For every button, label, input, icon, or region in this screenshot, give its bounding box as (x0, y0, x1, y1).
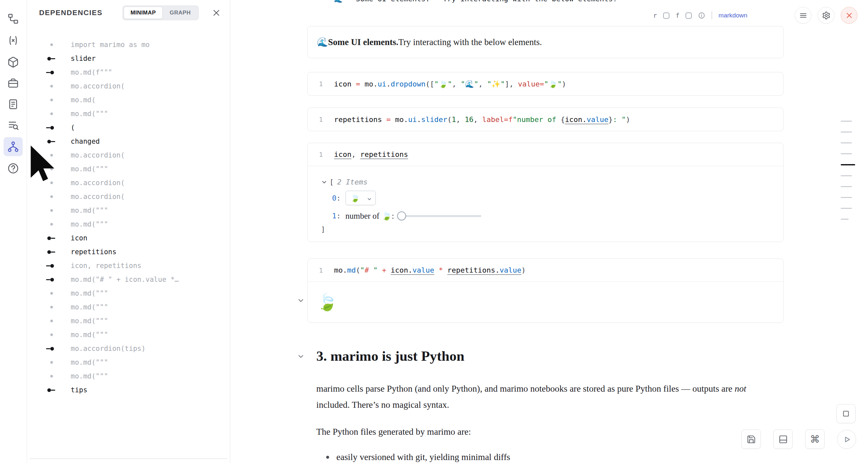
dependency-item[interactable]: mo.md(""" (27, 286, 230, 300)
minimap-cell-line[interactable] (841, 164, 855, 165)
dependency-item[interactable]: mo.md( (27, 93, 230, 107)
dependency-item[interactable]: mo.accordion( (27, 190, 230, 204)
code-editor[interactable]: 1 mo.md("# " + icon.value * repetitions.… (308, 259, 783, 282)
info-icon[interactable] (698, 12, 705, 19)
dependency-item-label: mo.accordion( (71, 151, 125, 159)
dependency-item[interactable]: mo.accordion(tips) (27, 342, 230, 356)
dependency-item[interactable]: mo.accordion( (27, 176, 230, 190)
dependency-item[interactable]: mo.md(""" (27, 162, 230, 176)
run-button[interactable] (837, 430, 856, 449)
sidebar-item-logs[interactable] (4, 116, 23, 135)
dependency-item[interactable]: icon, repetitions (27, 259, 230, 273)
slider-widget[interactable] (398, 211, 482, 220)
minimap-cell-line[interactable] (841, 143, 852, 143)
dependency-item[interactable]: mo.md(""" (27, 356, 230, 369)
minimap-panel-button[interactable] (836, 404, 856, 423)
dependency-item-label: mo.md("# " + icon.value *… (71, 276, 179, 283)
minimap-cell-line[interactable] (841, 208, 852, 209)
slider-label: number of 🍃: (346, 211, 394, 221)
sidebar-item-help[interactable] (4, 159, 23, 178)
dependency-item[interactable]: mo.md(""" (27, 314, 230, 328)
save-button[interactable] (741, 429, 761, 449)
dropdown-widget[interactable]: 🍃 (346, 191, 376, 205)
output-emoji: 🌊 (317, 37, 328, 48)
close-panel-button[interactable] (211, 7, 222, 19)
close-icon (845, 11, 854, 20)
dependency-item[interactable]: changed (27, 134, 230, 148)
settings-button[interactable] (818, 7, 834, 24)
checkbox-r[interactable] (663, 12, 670, 19)
sidebar-item-dependencies[interactable] (4, 137, 23, 156)
code-editor[interactable]: 1 icon = mo.ui.dropdown(["🍃", "🌊", "✨"],… (308, 72, 783, 95)
minimap-cell-line[interactable] (841, 186, 852, 187)
sidebar-item-variables[interactable] (4, 31, 23, 50)
bracket-open: [ (330, 178, 334, 186)
tab-minimap[interactable]: MINIMAP (124, 7, 163, 19)
minimap-cell-line[interactable] (841, 175, 852, 176)
view-toggle: MINIMAP GRAPH (122, 5, 199, 21)
panel-title: DEPENDENCIES (39, 8, 102, 17)
sidebar-item-packages[interactable] (4, 53, 23, 72)
minimap-cell-line[interactable] (841, 219, 848, 220)
dependency-item[interactable]: mo.md(f""" (27, 65, 230, 79)
paragraph: The Python files generated by marimo are… (316, 424, 775, 440)
minimap-cell-line[interactable] (841, 197, 852, 198)
dependencies-panel-header: DEPENDENCIES MINIMAP GRAPH (27, 0, 230, 26)
dependency-item-label: mo.md(""" (71, 289, 108, 297)
dependency-item-label: repetitions (71, 248, 116, 256)
md-editor-text: 🌊 **Some UI elements.** Try interacting … (334, 0, 617, 5)
dependency-item[interactable]: mo.md(""" (27, 204, 230, 217)
language-badge[interactable]: markdown (718, 12, 747, 19)
package-icon (7, 56, 19, 68)
dependency-item-label: tips (71, 386, 88, 394)
code-editor[interactable]: 1 icon, repetitions (308, 143, 783, 166)
dependency-item[interactable]: tips (27, 383, 230, 397)
code-cell-md-heading: 1 mo.md("# " + icon.value * repetitions.… (307, 258, 783, 323)
dependency-item[interactable]: mo.md(""" (27, 300, 230, 314)
checkbox-f[interactable] (685, 12, 692, 19)
ref-port-icon (46, 71, 71, 74)
dependency-item[interactable]: slider (27, 52, 230, 65)
dependency-item[interactable]: mo.accordion( (27, 148, 230, 162)
cell-dot-icon (46, 43, 71, 46)
dependency-item[interactable]: ( (27, 121, 230, 134)
collapse-output-icon[interactable] (297, 297, 305, 305)
dependency-item[interactable]: mo.md(""" (27, 369, 230, 383)
shutdown-button[interactable] (841, 7, 858, 24)
minimap-cell-line[interactable] (841, 121, 852, 122)
collapse-icon[interactable] (321, 179, 328, 185)
dependency-item-label: mo.md(""" (71, 110, 108, 118)
minimap-cell-line[interactable] (841, 153, 852, 154)
layout-button[interactable] (773, 429, 793, 449)
markdown-output: 🌊 Some UI elements. Try interacting with… (307, 26, 783, 58)
code-editor[interactable]: 1 repetitions = mo.ui.slider(1, 16, labe… (308, 108, 783, 131)
menu-button[interactable] (795, 7, 811, 24)
shortcut-r-label: r (653, 12, 657, 19)
sidebar-item-file-tree[interactable] (4, 9, 23, 28)
md-cell-editor-clipped[interactable]: 🌊 **Some UI elements.** Try interacting … (307, 0, 783, 5)
dependency-item[interactable]: import marimo as mo (27, 38, 230, 52)
sidebar-item-scratchpad[interactable] (4, 95, 23, 114)
dependency-item[interactable]: mo.md(""" (27, 217, 230, 231)
keyboard-shortcuts-button[interactable]: ⌘ (805, 429, 825, 449)
scrollbar[interactable] (30, 458, 227, 459)
close-icon (212, 8, 221, 17)
slider-knob[interactable] (397, 211, 406, 220)
dependency-item-label: mo.md(""" (71, 220, 108, 228)
section-heading: 3. marimo is just Python (316, 348, 464, 364)
dependency-item[interactable]: mo.md(""" (27, 107, 230, 121)
dependency-item[interactable]: icon (27, 231, 230, 245)
dependency-item[interactable]: repetitions (27, 245, 230, 259)
dependency-item[interactable]: mo.md("# " + icon.value *… (27, 273, 230, 286)
cell-dot-icon (46, 195, 71, 198)
dependency-item[interactable]: mo.md(""" (27, 328, 230, 342)
collapse-section-icon[interactable] (297, 352, 305, 361)
sidebar-item-snippets[interactable] (4, 74, 23, 93)
tab-graph[interactable]: GRAPH (163, 7, 197, 19)
tree-key: 0: (332, 194, 341, 202)
dependency-item-label: mo.accordion( (71, 82, 125, 90)
line-number: 1 (308, 266, 323, 274)
dependency-item[interactable]: mo.accordion( (27, 79, 230, 93)
list-search-icon (7, 120, 19, 131)
minimap-cell-line[interactable] (841, 131, 852, 132)
